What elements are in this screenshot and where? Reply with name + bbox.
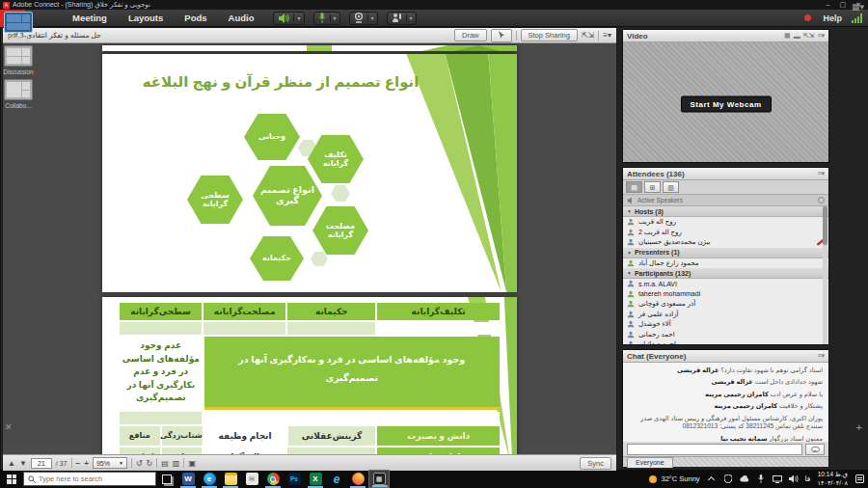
fit-page-icon[interactable]: ▤ — [161, 458, 169, 469]
taskbar-clock[interactable]: 10:14 ق.ظ ۱۴۰۳/۰۴/۰۸ — [817, 471, 848, 486]
menu-layouts[interactable]: Layouts — [118, 10, 174, 27]
start-button[interactable] — [0, 470, 23, 488]
chat-input[interactable] — [627, 444, 802, 455]
clock-time: 10:14 ق.ظ — [817, 471, 848, 478]
tray-security-icon[interactable] — [723, 474, 733, 484]
start-webcam-button[interactable]: Start My Webcam — [680, 96, 771, 113]
attendee-row[interactable]: آذر مسعودی قوچانی — [623, 299, 828, 310]
breakout-view-icon[interactable]: ⊞ — [644, 181, 661, 193]
attendee-list-view-icon[interactable]: ▤ — [626, 181, 642, 193]
attendee-row[interactable]: احمد صفائیان — [623, 339, 828, 344]
raise-hand-dropdown-icon[interactable]: ▾ — [406, 14, 416, 21]
tray-microphone-icon[interactable] — [756, 474, 766, 484]
minimize-icon[interactable]: – — [827, 1, 830, 9]
raise-hand-button[interactable]: ▾ — [387, 12, 417, 25]
menu-pods[interactable]: Pods — [174, 10, 217, 27]
zoom-in-icon[interactable]: + — [84, 458, 89, 469]
tab-everyone[interactable]: Everyone — [627, 457, 673, 468]
layout-discussion-thumbnail[interactable] — [4, 45, 33, 67]
attendee-row[interactable]: tahereh mohammadi — [623, 289, 828, 300]
table-cell: عدالت‌گرایی — [203, 447, 285, 454]
tray-volume-icon[interactable] — [789, 474, 799, 484]
filmstrip-view-icon[interactable]: ▬ — [794, 33, 800, 40]
next-page-icon[interactable]: ▼ — [19, 458, 27, 469]
presenters-section-header[interactable]: ▼Presenters (1) — [623, 248, 828, 258]
status-view-icon[interactable]: ▥ — [663, 181, 679, 193]
draw-button[interactable]: Draw — [454, 29, 487, 41]
scrollbar-thumb[interactable] — [823, 206, 827, 245]
tray-chevron-icon[interactable] — [707, 474, 717, 484]
gear-icon[interactable] — [818, 197, 825, 203]
webcam-button[interactable]: ▾ — [349, 12, 378, 25]
webcam-dropdown-icon[interactable]: ▾ — [367, 14, 377, 21]
taskbar-app-word[interactable]: W — [177, 470, 199, 488]
microphone-button[interactable]: ▾ — [313, 12, 340, 25]
search-input[interactable] — [39, 474, 145, 483]
action-center-icon[interactable] — [854, 474, 864, 484]
taskbar-app-explorer[interactable] — [220, 470, 241, 488]
share-pod-menu-icon[interactable]: ≡▾ — [603, 30, 611, 41]
maximize-icon[interactable]: ▢ — [840, 1, 847, 9]
taskbar-search[interactable] — [23, 472, 156, 486]
rotate-right-icon[interactable]: ↻ — [147, 458, 153, 469]
attendees-pod-menu-icon[interactable]: ≡▾ — [817, 170, 825, 177]
attendee-row[interactable]: روح اله قریب — [623, 217, 828, 228]
taskbar-app-excel[interactable]: X — [305, 470, 326, 488]
attendee-row[interactable]: بیژن محمدصدیق حسینیان — [623, 237, 828, 248]
taskbar-app-photoshop[interactable]: Ps — [284, 470, 305, 488]
tray-language-indicator[interactable]: فا — [805, 474, 811, 483]
rotate-left-icon[interactable]: ↺ — [136, 458, 143, 469]
attendees-scrollbar[interactable] — [823, 206, 827, 344]
taskbar-app-firefox[interactable] — [347, 470, 368, 488]
tray-display-icon[interactable] — [773, 474, 782, 484]
taskbar-app-edge[interactable]: e — [199, 470, 220, 488]
sync-button[interactable]: Sync — [580, 457, 611, 470]
layout-collaboration-thumbnail[interactable] — [4, 79, 33, 100]
fullscreen-icon[interactable]: ⇱⇲ — [582, 30, 594, 41]
pointer-tool-button[interactable] — [491, 29, 512, 42]
taskbar-app-mail[interactable]: ✉ — [241, 470, 262, 488]
attendee-row[interactable]: آلاء خوشدل — [623, 319, 828, 330]
menu-audio[interactable]: Audio — [218, 10, 265, 27]
hosts-section-header[interactable]: ▼Hosts (3) — [623, 206, 828, 217]
attendee-row[interactable]: s.m.a. ALAVI — [623, 279, 828, 289]
taskbar-app-chrome[interactable] — [262, 470, 284, 488]
menu-meeting[interactable]: Meeting — [62, 10, 118, 27]
video-fullscreen-icon[interactable]: ⇱⇲ — [803, 32, 815, 40]
microphone-dropdown-icon[interactable]: ▾ — [330, 14, 339, 21]
zoom-out-icon[interactable]: − — [76, 458, 81, 469]
chat-pod-menu-icon[interactable]: ≡▾ — [817, 352, 825, 360]
taskbar-app-ie[interactable]: e — [326, 470, 347, 488]
connection-signal-icon[interactable] — [852, 14, 862, 23]
speaker-dropdown-icon[interactable]: ▾ — [293, 14, 303, 21]
layouts-panel-menu-icon[interactable]: ▦▾ — [852, 2, 864, 12]
participants-section-header[interactable]: ▼Participants (132) — [623, 268, 828, 279]
grid-view-icon[interactable]: ▦ — [784, 32, 791, 40]
layout-sharing-thumbnail[interactable] — [4, 12, 33, 33]
help-link[interactable]: Help — [823, 14, 842, 23]
video-pod-header: Video ▦ ▬ ⇱⇲ ≡▾ — [623, 30, 828, 42]
taskbar-app-adobe-connect[interactable]: ▦ — [368, 470, 390, 488]
attendee-row[interactable]: آزاده علمی فر — [623, 310, 828, 320]
document-viewer[interactable]: انواع تصمیم از منظر قرآن و نهج البلاغه و… — [3, 43, 616, 454]
attendee-row[interactable]: احمد رحمانی — [623, 330, 828, 340]
page-number-input[interactable] — [31, 458, 52, 469]
speaker-button[interactable]: ▾ — [273, 12, 304, 25]
table-header: حکیمانه — [287, 303, 375, 320]
add-layout-icon[interactable]: + — [856, 421, 862, 433]
zoom-level-select[interactable]: 95%▼ — [93, 457, 127, 469]
tray-cloud-icon[interactable] — [740, 474, 749, 484]
video-pod-menu-icon[interactable]: ≡▾ — [817, 32, 825, 40]
stop-sharing-button[interactable]: Stop Sharing — [521, 29, 578, 41]
search-icon — [28, 475, 36, 483]
slide-page-21: انواع تصمیم از منظر قرآن و نهج البلاغه و… — [102, 54, 517, 292]
close-layout-icon[interactable]: ✕ — [5, 422, 13, 432]
attendee-row[interactable]: روح اله قریب 2 — [623, 228, 828, 238]
task-view-button[interactable] — [156, 470, 177, 488]
attendee-row[interactable]: محمود زارع جمال آباد — [623, 258, 828, 269]
taskbar-weather[interactable]: 32°C Sunny — [649, 474, 699, 483]
fullscreen-toggle-icon[interactable]: ▣ — [188, 458, 196, 469]
previous-page-icon[interactable]: ▲ — [8, 458, 15, 469]
fit-width-icon[interactable]: ▥ — [173, 458, 180, 469]
send-message-button[interactable] — [805, 444, 825, 455]
